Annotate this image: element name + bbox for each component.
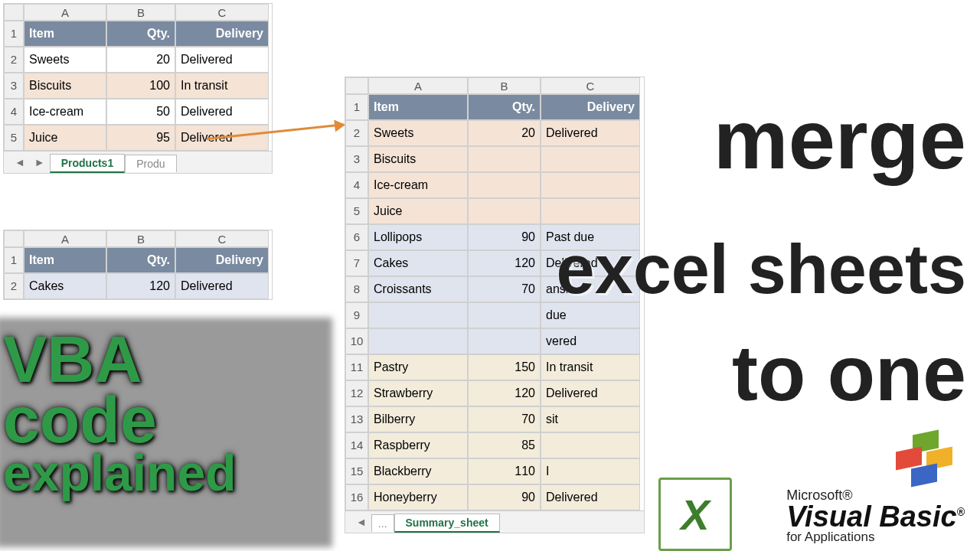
cell-qty[interactable] — [468, 172, 541, 198]
title-explained: explained — [3, 450, 236, 497]
cell-delivery[interactable] — [541, 198, 640, 224]
header-qty: Qty. — [468, 94, 541, 120]
cell-delivery[interactable]: Delivered — [175, 47, 269, 73]
col-c: C — [541, 77, 640, 94]
row-num: 14 — [345, 432, 368, 458]
cell-qty[interactable]: 120 — [468, 380, 541, 406]
row-num: 3 — [4, 73, 24, 99]
row-num: 10 — [345, 328, 368, 354]
cell-delivery[interactable]: Delivered — [541, 484, 640, 510]
row-num: 12 — [345, 380, 368, 406]
cell-qty[interactable] — [468, 146, 541, 172]
title-to-one: to one — [732, 337, 966, 411]
row-num: 16 — [345, 484, 368, 510]
sheet-products2: A B C 1 Item Qty. Delivery 2 Cakes 120 D… — [3, 230, 273, 300]
cell-item[interactable]: Strawberry — [368, 380, 468, 406]
excel-logo-icon: X — [658, 478, 727, 546]
cell-item[interactable]: Ice-cream — [24, 99, 106, 125]
cell-delivery[interactable]: Delivered — [175, 273, 269, 299]
row-num: 6 — [345, 224, 368, 250]
cell-delivery[interactable]: Delivered — [541, 380, 640, 406]
cell-delivery[interactable] — [541, 146, 640, 172]
header-item: Item — [24, 21, 106, 47]
row-num: 8 — [345, 276, 368, 302]
cell-item[interactable]: Sweets — [24, 47, 106, 73]
header-delivery: Delivery — [541, 94, 640, 120]
cell-qty[interactable]: 90 — [468, 484, 541, 510]
cell-item[interactable]: Raspberry — [368, 432, 468, 458]
cell-qty[interactable]: 20 — [106, 47, 175, 73]
cubes-icon — [890, 432, 966, 486]
cell-item[interactable]: Croissants — [368, 276, 468, 302]
sheet-products1: A B C 1 Item Qty. Delivery 2 Sweets 20 D… — [3, 3, 273, 174]
tab-products-other[interactable]: Produ — [125, 155, 176, 172]
logo-vb: Visual Basic — [786, 500, 957, 533]
tab-summary[interactable]: Summary_sheet — [394, 514, 500, 533]
cell-qty[interactable]: 110 — [468, 458, 541, 484]
cell-qty[interactable]: 20 — [468, 120, 541, 146]
cell-qty[interactable]: 70 — [468, 406, 541, 432]
cell-delivery[interactable]: In transit — [175, 73, 269, 99]
col-c: C — [175, 4, 269, 21]
cell-qty[interactable]: 100 — [106, 73, 175, 99]
cell-delivery[interactable]: sit — [541, 406, 640, 432]
title-vba: VBA — [3, 329, 236, 390]
col-a: A — [24, 4, 106, 21]
cell-qty[interactable] — [468, 302, 541, 328]
header-qty: Qty. — [106, 21, 175, 47]
cell-qty[interactable] — [468, 328, 541, 354]
header-item: Item — [24, 247, 106, 273]
tab-nav-prev-icon[interactable]: ◄ — [15, 156, 25, 168]
cell-qty[interactable] — [468, 198, 541, 224]
col-b: B — [106, 4, 175, 21]
title-excel-sheets: excel sheets — [557, 237, 966, 303]
tab-nav-prev-icon[interactable]: ◄ — [356, 516, 367, 528]
cell-delivery[interactable] — [541, 172, 640, 198]
cell-delivery[interactable]: Delivered — [175, 99, 269, 125]
cell-qty[interactable]: 120 — [106, 273, 175, 299]
cell-delivery[interactable]: Delivered — [541, 120, 640, 146]
row-num: 4 — [4, 99, 24, 125]
col-a: A — [24, 230, 106, 247]
cell-item[interactable]: Bilberry — [368, 406, 468, 432]
cell-qty[interactable]: 120 — [468, 250, 541, 276]
cell-item[interactable]: Sweets — [368, 120, 468, 146]
cell-item[interactable]: Pastry — [368, 354, 468, 380]
cell-item[interactable]: Blackberry — [368, 458, 468, 484]
row-num: 3 — [345, 146, 368, 172]
tab-products1[interactable]: Products1 — [50, 154, 125, 173]
header-delivery: Delivery — [175, 21, 269, 47]
tab-nav-next-icon[interactable]: ► — [34, 156, 45, 168]
cell-item[interactable]: Biscuits — [368, 146, 468, 172]
cell-delivery[interactable]: In transit — [541, 354, 640, 380]
cell-qty[interactable]: 70 — [468, 276, 541, 302]
row-num: 1 — [4, 21, 24, 47]
cell-item[interactable]: Juice — [368, 198, 468, 224]
row-num: 7 — [345, 250, 368, 276]
cell-item[interactable]: Cakes — [368, 250, 468, 276]
cell-item[interactable]: Cakes — [24, 273, 106, 299]
cell-qty[interactable]: 90 — [468, 224, 541, 250]
cell-item[interactable]: Juice — [24, 125, 106, 151]
row-num: 15 — [345, 458, 368, 484]
col-a: A — [368, 77, 468, 94]
cell-item[interactable]: Biscuits — [24, 73, 106, 99]
cell-item[interactable]: Lollipops — [368, 224, 468, 250]
cell-item[interactable] — [368, 302, 468, 328]
row-num: 4 — [345, 172, 368, 198]
row-num: 9 — [345, 302, 368, 328]
cell-qty[interactable]: 50 — [106, 99, 175, 125]
cell-item[interactable]: Ice-cream — [368, 172, 468, 198]
cell-qty[interactable]: 85 — [468, 432, 541, 458]
cell-delivery[interactable]: vered — [541, 328, 640, 354]
header-item: Item — [368, 94, 468, 120]
cell-qty[interactable]: 95 — [106, 125, 175, 151]
cell-qty[interactable]: 150 — [468, 354, 541, 380]
cell-item[interactable] — [368, 328, 468, 354]
row-num: 2 — [4, 273, 24, 299]
cell-item[interactable]: Honeyberry — [368, 484, 468, 510]
tab-ellipsis[interactable]: ... — [371, 514, 394, 532]
cell-delivery[interactable] — [541, 432, 640, 458]
cell-delivery[interactable]: I — [541, 458, 640, 484]
header-qty: Qty. — [106, 247, 175, 273]
